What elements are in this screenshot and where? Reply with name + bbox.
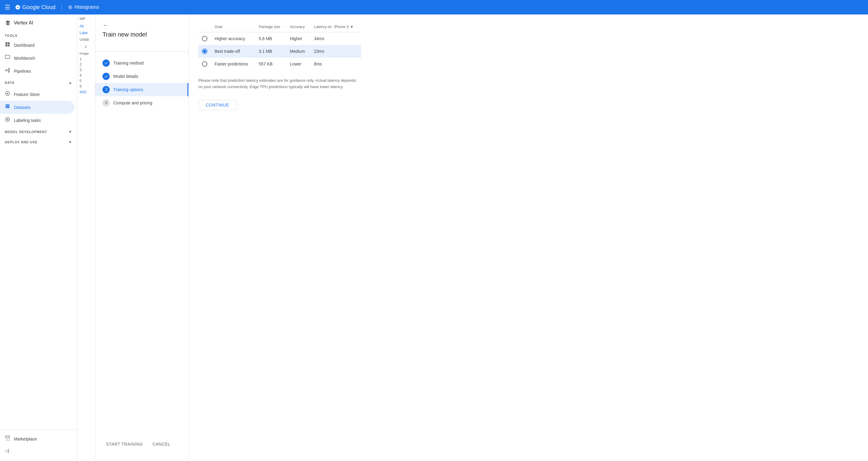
svg-point-8	[8, 68, 10, 70]
sidebar-collapse-toggle[interactable]: ◁|	[0, 445, 74, 456]
accuracy-cell-1: Higher	[286, 32, 310, 45]
deploy-chevron-icon: ▼	[68, 140, 72, 144]
train-panel-title: Train new model	[102, 31, 181, 38]
marketplace-icon	[5, 435, 10, 442]
table-row: Best trade-off 3.1 MB Medium 23ms	[198, 45, 361, 58]
svg-rect-14	[5, 107, 10, 108]
col-accuracy: Accuracy	[286, 22, 310, 32]
step-4-label: Compute and pricing	[113, 100, 152, 105]
dataset-label-label[interactable]: Labe	[77, 30, 95, 36]
model-dev-label: MODEL DEVELOPMENT	[5, 130, 47, 134]
datasets-icon	[5, 104, 10, 111]
back-arrow-icon: ←	[102, 22, 108, 28]
row-3: 3	[77, 67, 95, 73]
sidebar-item-marketplace[interactable]: Marketplace	[0, 432, 74, 445]
row-4: 4	[77, 73, 95, 78]
step-3-number: 3	[105, 87, 107, 92]
accuracy-cell-2: Medium	[286, 45, 310, 58]
google-cloud-icon	[15, 4, 21, 10]
sidebar-item-workbench[interactable]: Workbench	[0, 52, 74, 64]
training-options-content: Goal Package size Accuracy Latency on iP…	[189, 15, 371, 461]
labeling-tasks-label: Labeling tasks	[14, 118, 41, 123]
start-training-button[interactable]: START TRAINING	[102, 439, 147, 449]
radio-higher-accuracy[interactable]	[202, 36, 207, 41]
sidebar-vertex-ai[interactable]: Vertex AI	[0, 17, 74, 29]
col-latency: Latency on iPhone X ▼	[310, 22, 361, 32]
step-training-options[interactable]: 3 Training options	[95, 83, 188, 96]
cancel-button[interactable]: CANCEL	[149, 439, 174, 449]
step-4-number: 4	[105, 101, 107, 105]
tools-section-label: TOOLS	[0, 29, 77, 39]
sidebar-item-feature-store[interactable]: Feature Store	[0, 88, 74, 101]
radio-best-trade-off[interactable]	[202, 49, 207, 54]
sidebar-item-pipelines[interactable]: Pipelines	[0, 64, 74, 78]
sidebar: Vertex AI TOOLS Dashboard Workbench Pipe…	[0, 15, 77, 461]
radio-cell-2[interactable]	[198, 45, 211, 58]
sidebar-item-dashboard[interactable]: Dashboard	[0, 39, 74, 52]
topbar-divider	[61, 4, 62, 11]
topbar: ☰ Google Cloud Histogramo	[0, 0, 868, 15]
menu-icon[interactable]: ☰	[5, 4, 10, 11]
svg-rect-2	[5, 42, 7, 44]
step-list: Training method Model details 3 Training…	[95, 52, 188, 114]
goal-cell-2: Best trade-off	[211, 45, 255, 58]
dataset-panel-imp-label: IMP	[77, 15, 95, 23]
step-2-label: Model details	[113, 74, 138, 79]
data-section-label: DATA	[5, 81, 14, 84]
google-cloud-text: Google Cloud	[22, 4, 56, 10]
step-training-method[interactable]: Training method	[95, 56, 188, 70]
check-icon	[104, 61, 108, 65]
table-row: Faster predictions 557 KB Lower 8ms	[198, 58, 361, 70]
step-compute-pricing[interactable]: 4 Compute and pricing	[95, 96, 188, 110]
sidebar-item-datasets[interactable]: Datasets	[0, 101, 74, 114]
radio-cell-3[interactable]	[198, 58, 211, 70]
svg-rect-6	[5, 55, 10, 59]
model-dev-section-collapse[interactable]: MODEL DEVELOPMENT ▼	[0, 127, 77, 137]
deploy-label: DEPLOY AND USE	[5, 140, 37, 144]
labeling-tasks-icon	[5, 117, 10, 124]
svg-rect-4	[5, 45, 7, 47]
dataset-all-label[interactable]: All	[77, 23, 95, 30]
svg-point-9	[8, 71, 10, 73]
dataset-filter-icon[interactable]: F	[77, 43, 95, 50]
svg-rect-12	[5, 105, 10, 105]
data-section-collapse[interactable]: DATA ▲	[0, 78, 77, 88]
svg-point-11	[7, 93, 8, 94]
step-model-details[interactable]: Model details	[95, 70, 188, 83]
col-package-size: Package size	[255, 22, 286, 32]
check-icon-2	[104, 74, 108, 79]
svg-point-17	[7, 440, 7, 440]
latency-cell-2: 23ms	[310, 45, 361, 58]
model-dev-chevron-icon: ▼	[68, 130, 72, 134]
product-name[interactable]: Histogramo	[68, 4, 99, 10]
collapse-chevron-icon: ▲	[68, 81, 72, 85]
collapse-sidebar-icon: ◁|	[5, 448, 9, 453]
sidebar-bottom: Marketplace ◁|	[0, 430, 77, 459]
deploy-section-collapse[interactable]: DEPLOY AND USE ▼	[0, 137, 77, 147]
product-icon	[68, 5, 73, 10]
add-label[interactable]: ADD	[77, 89, 95, 95]
radio-faster-predictions[interactable]	[202, 61, 207, 67]
row-5: 5	[77, 78, 95, 84]
col-goal: Goal	[211, 22, 255, 32]
train-panel-actions: START TRAINING CANCEL	[95, 434, 188, 454]
marketplace-label: Marketplace	[14, 437, 37, 441]
svg-point-16	[7, 119, 8, 120]
row-1: 1	[77, 56, 95, 62]
radio-cell-1[interactable]	[198, 32, 211, 45]
device-label: iPhone X	[334, 25, 349, 29]
back-button[interactable]: ←	[102, 22, 181, 29]
google-cloud-logo[interactable]: Google Cloud	[15, 4, 56, 10]
continue-button[interactable]: CONTINUE	[198, 100, 237, 110]
svg-point-15	[5, 117, 10, 122]
row-6: 6	[77, 84, 95, 89]
latency-cell-1: 34ms	[310, 32, 361, 45]
goal-cell-3: Faster predictions	[211, 58, 255, 70]
latency-cell-3: 8ms	[310, 58, 361, 70]
product-label: Histogramo	[74, 4, 99, 10]
sidebar-item-labeling-tasks[interactable]: Labeling tasks	[0, 114, 74, 127]
latency-header[interactable]: Latency on iPhone X ▼	[314, 25, 358, 29]
app-container: Vertex AI TOOLS Dashboard Workbench Pipe…	[0, 0, 868, 461]
dashboard-icon	[5, 41, 10, 49]
goal-cell-1: Higher accuracy	[211, 32, 255, 45]
